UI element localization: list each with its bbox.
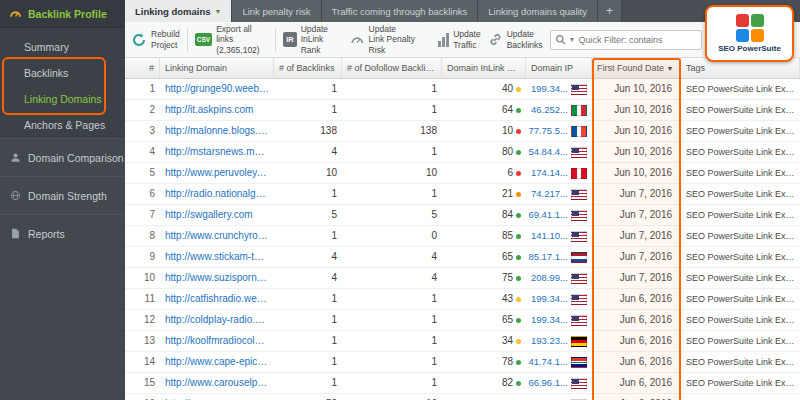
linking-domain-link[interactable]: http://radio.nationalgeogr...	[160, 184, 274, 204]
dofollow-backlinks-count: 16	[342, 394, 442, 400]
linking-domain-link[interactable]: http://malonne.blogs.sudi...	[160, 121, 274, 141]
table-row[interactable]: 4 http://mstarsnews.musict... 4 1 80 54.…	[125, 142, 800, 163]
domain-ip-link[interactable]: 64.1...	[542, 394, 568, 400]
table-row[interactable]: 13 http://koolfmradiocolombi... 1 1 34 1…	[125, 331, 800, 352]
table-row[interactable]: 15 http://www.carouselpinoy... 1 1 82 66…	[125, 373, 800, 394]
domain-inlink-rank: 75	[442, 268, 526, 288]
sidebar-item-linking-domains[interactable]: Linking Domains	[0, 86, 125, 112]
linking-domain-link[interactable]: http://catfishradio.weebly...	[160, 289, 274, 309]
domain-ip-link[interactable]: 193.23...	[531, 331, 568, 351]
update-traffic-button[interactable]: UpdateTraffic	[438, 29, 480, 49]
table-row[interactable]: 12 http://coldplay-radio.weeb... 1 1 65 …	[125, 310, 800, 331]
col-header-index[interactable]: #	[125, 58, 160, 78]
domain-ip-link[interactable]: 199.34...	[531, 79, 568, 99]
table-row[interactable]: 16 http://www. 50 16 64.1... Jun 6, 2016…	[125, 394, 800, 400]
tab-linking-domains-quality[interactable]: Linking domains quality	[478, 0, 598, 22]
col-header-linking-domain[interactable]: Linking Domain	[160, 58, 274, 78]
table-row[interactable]: 1 http://grunge90.weebly.co... 1 1 40 19…	[125, 79, 800, 100]
col-header-first-found-date[interactable]: First Found Date ▼	[592, 58, 681, 78]
update-backlinks-button[interactable]: UpdateBacklinks	[488, 29, 543, 49]
linking-domain-link[interactable]: http://koolfmradiocolombi...	[160, 331, 274, 351]
export-all-links-button[interactable]: CSV Export all links(2,365,102)	[195, 24, 268, 55]
tags-value: SEO PowerSuite Link Explorer	[681, 79, 800, 99]
tab-link-penalty-risk[interactable]: Link penalty risk	[232, 0, 321, 22]
table-row[interactable]: 10 http://www.suzisporn.com 4 4 75 208.9…	[125, 268, 800, 289]
sidebar-item-domain-comparison[interactable]: Domain Comparison	[0, 138, 125, 176]
linking-domain-link[interactable]: http://www.cape-epic.com	[160, 352, 274, 372]
row-index: 9	[125, 247, 160, 267]
table-row[interactable]: 9 http://www.stickam-tube.c... 4 4 65 85…	[125, 247, 800, 268]
quick-filter-input[interactable]	[579, 35, 698, 45]
sidebar-item-reports[interactable]: Reports	[0, 214, 125, 252]
table-row[interactable]: 5 http://www.peruvoley.com 10 10 6 174.1…	[125, 163, 800, 184]
tags-value: SEO PowerSuite Link Explorer	[681, 247, 800, 267]
button-label: (2,365,102)	[216, 45, 268, 55]
linking-domain-link[interactable]: http://grunge90.weebly.co...	[160, 79, 274, 99]
col-header-domain-inlink-rank[interactable]: Domain InLink Rank	[442, 58, 526, 78]
sidebar-item-anchors-pages[interactable]: Anchors & Pages	[0, 112, 125, 138]
domain-ip-link[interactable]: 74.217...	[531, 184, 568, 204]
dofollow-backlinks-count: 4	[342, 247, 442, 267]
sidebar-header-label: Backlink Profile	[28, 8, 107, 20]
domain-ip-link[interactable]: 41.74.1...	[528, 352, 568, 372]
rebuild-project-button[interactable]: RebuildProject	[131, 29, 180, 49]
linking-domain-link[interactable]: http://www.crunchyroll.com	[160, 226, 274, 246]
linking-domain-link[interactable]: http://swgallery.com	[160, 205, 274, 225]
table-header: # Linking Domain # of Backlinks # of Dof…	[125, 58, 800, 79]
domain-ip-link[interactable]: 77.75.5...	[528, 121, 568, 141]
domain-ip-link[interactable]: 208.99...	[531, 268, 568, 288]
tab-linking-domains[interactable]: Linking domains ▼	[125, 0, 232, 22]
tab-label: Link penalty risk	[242, 6, 310, 17]
add-tab-button[interactable]: +	[598, 0, 622, 22]
linking-domain-link[interactable]: http://www.carouselpinoy...	[160, 373, 274, 393]
domain-ip-link[interactable]: 69.41.1...	[528, 205, 568, 225]
domain-ip-cell: 199.34...	[526, 289, 592, 309]
inlink-rank-dot	[516, 381, 521, 386]
linking-domain-link[interactable]: http://it.askpins.com	[160, 100, 274, 120]
row-index: 6	[125, 184, 160, 204]
domain-ip-link[interactable]: 66.96.1...	[528, 373, 568, 393]
col-header-backlinks[interactable]: # of Backlinks	[274, 58, 342, 78]
update-inlink-rank-button[interactable]: IR UpdateInLink Rank	[283, 24, 343, 55]
domain-ip-link[interactable]: 199.34...	[531, 289, 568, 309]
search-icon[interactable]	[555, 34, 566, 45]
inlink-rank-dot	[516, 87, 521, 92]
update-link-penalty-risk-button[interactable]: UpdateLink Penalty Risk	[350, 24, 431, 55]
sidebar: Backlink Profile Summary Backlinks Linki…	[0, 0, 125, 400]
sidebar-item-summary[interactable]: Summary	[0, 34, 125, 60]
table-row[interactable]: 8 http://www.crunchyroll.com 1 0 85 141.…	[125, 226, 800, 247]
backlinks-count: 1	[274, 373, 342, 393]
col-header-domain-ip[interactable]: Domain IP	[526, 58, 592, 78]
table-row[interactable]: 3 http://malonne.blogs.sudi... 138 138 1…	[125, 121, 800, 142]
col-header-dofollow-backlinks[interactable]: # of Dofollow Backlinks	[342, 58, 442, 78]
linking-domain-link[interactable]: http://www.suzisporn.com	[160, 268, 274, 288]
country-flag	[571, 210, 587, 221]
toolbar: RebuildProject CSV Export all links(2,36…	[125, 22, 800, 58]
domain-ip-link[interactable]: 54.84.4...	[528, 142, 568, 162]
gauge-icon	[350, 32, 364, 47]
table-row[interactable]: 11 http://catfishradio.weebly... 1 1 43 …	[125, 289, 800, 310]
linking-domain-link[interactable]: http://www.	[160, 394, 274, 400]
tab-traffic-through-backlinks[interactable]: Traffic coming through backlinks	[322, 0, 479, 22]
table-row[interactable]: 7 http://swgallery.com 5 5 84 69.41.1...…	[125, 205, 800, 226]
chevron-down-icon[interactable]: ▼	[569, 36, 576, 43]
plus-icon: +	[606, 4, 613, 18]
sidebar-item-backlinks[interactable]: Backlinks	[0, 60, 125, 86]
domain-ip-link[interactable]: 141.10...	[531, 226, 568, 246]
row-index: 4	[125, 142, 160, 162]
sidebar-item-domain-strength[interactable]: Domain Strength	[0, 176, 125, 214]
domain-ip-link[interactable]: 85.17.1...	[528, 247, 568, 267]
domain-ip-link[interactable]: 199.34...	[531, 310, 568, 330]
table-row[interactable]: 14 http://www.cape-epic.com 1 1 78 41.74…	[125, 352, 800, 373]
linking-domain-link[interactable]: http://coldplay-radio.weeb...	[160, 310, 274, 330]
sidebar-item-backlink-profile[interactable]: Backlink Profile	[0, 0, 125, 28]
row-index: 12	[125, 310, 160, 330]
domain-ip-link[interactable]: 46.252...	[531, 100, 568, 120]
table-row[interactable]: 2 http://it.askpins.com 1 1 64 46.252...…	[125, 100, 800, 121]
linking-domain-link[interactable]: http://www.stickam-tube.c...	[160, 247, 274, 267]
domain-ip-link[interactable]: 174.14...	[531, 163, 568, 183]
table-row[interactable]: 6 http://radio.nationalgeogr... 1 1 21 7…	[125, 184, 800, 205]
first-found-date: Jun 6, 2016	[592, 310, 681, 330]
linking-domain-link[interactable]: http://www.peruvoley.com	[160, 163, 274, 183]
linking-domain-link[interactable]: http://mstarsnews.musict...	[160, 142, 274, 162]
